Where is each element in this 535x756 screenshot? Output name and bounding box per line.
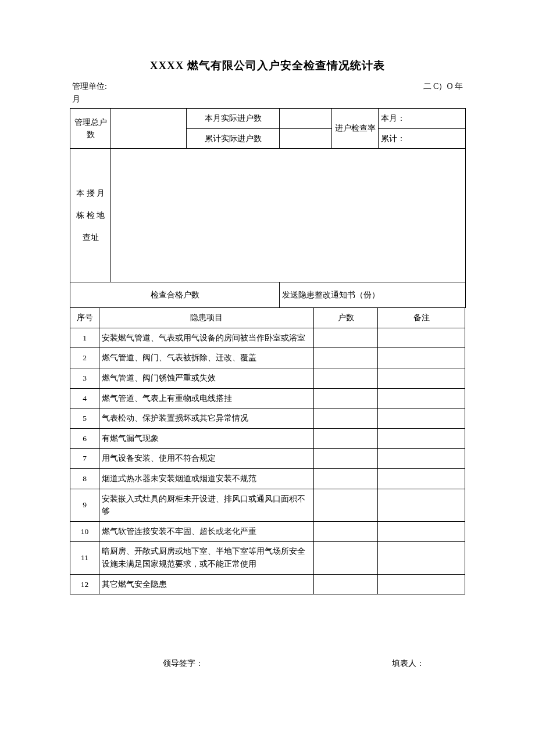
qualified-label: 检查合格户数 <box>70 282 280 308</box>
this-month-actual-label: 本月实际进户数 <box>187 109 280 129</box>
row-item: 燃气管道、阀门、气表被拆除、迁改、覆盖 <box>99 348 314 368</box>
hazard-header: 序号 隐患项目 户数 备注 <box>70 308 465 328</box>
page-title: XXXX 燃气有限公司入户安全检查情况统计表 <box>70 58 465 73</box>
mgmt-total-label: 管理总户数 <box>70 109 111 149</box>
row-no: 10 <box>70 521 99 542</box>
meta-row: 管理单位: 二 C）O 年 <box>70 81 465 92</box>
table-row: 9安装嵌入式灶具的厨柜未开设进、排风口或通风口面积不够 <box>70 489 465 521</box>
row-count <box>314 328 378 348</box>
col-count: 户数 <box>314 308 378 328</box>
col-seq: 序号 <box>70 308 99 328</box>
table-row: 4燃气管道、气表上有重物或电线搭挂 <box>70 388 465 409</box>
row-remark <box>378 468 465 489</box>
rate-this-month: 本月： <box>379 109 466 129</box>
table-row: 5气表松动、保护装置损坏或其它异常情况 <box>70 409 465 429</box>
row-no: 2 <box>70 348 99 368</box>
hazard-table: 序号 隐患项目 户数 备注 1安装燃气管道、气表或用气设备的房间被当作卧室或浴室… <box>70 307 465 594</box>
table-row: 10燃气软管连接安装不牢固、超长或老化严重 <box>70 521 465 542</box>
table-row: 12其它燃气安全隐患 <box>70 574 465 594</box>
row-count <box>314 468 378 489</box>
leader-sign-label: 领导签字： <box>163 658 204 669</box>
row-count <box>314 574 378 594</box>
row-remark <box>378 428 465 449</box>
row-item: 暗厨房、开敞式厨房或地下室、半地下室等用气场所安全设施未满足国家规范要求，或不能… <box>99 542 314 574</box>
row-item: 安装燃气管道、气表或用气设备的房间被当作卧室或浴室 <box>99 328 314 348</box>
row-count <box>314 542 378 574</box>
row-remark <box>378 574 465 594</box>
row-remark <box>378 388 465 409</box>
row-item: 用气设备安装、使用不符合规定 <box>99 449 314 469</box>
row-count <box>314 428 378 449</box>
table-row: 6有燃气漏气现象 <box>70 428 465 449</box>
unit-label: 管理单位: <box>72 81 107 92</box>
row-count <box>314 348 378 368</box>
row-count <box>314 521 378 542</box>
row-remark <box>378 449 465 469</box>
row-remark <box>378 521 465 542</box>
row-remark <box>378 542 465 574</box>
row-no: 7 <box>70 449 99 469</box>
row-item: 安装嵌入式灶具的厨柜未开设进、排风口或通风口面积不够 <box>99 489 314 521</box>
row-no: 8 <box>70 468 99 489</box>
cumu-actual-label: 累计实际进户数 <box>187 128 280 149</box>
year-label: 二 C）O 年 <box>423 81 463 92</box>
row-item: 燃气管道、阀门锈蚀严重或失效 <box>99 368 314 388</box>
col-hazard: 隐患项目 <box>99 308 314 328</box>
table-row: 11暗厨房、开敞式厨房或地下室、半地下室等用气场所安全设施未满足国家规范要求，或… <box>70 542 465 574</box>
row-item: 燃气软管连接安装不牢固、超长或老化严重 <box>99 521 314 542</box>
table-row: 1安装燃气管道、气表或用气设备的房间被当作卧室或浴室 <box>70 328 465 348</box>
row-count <box>314 449 378 469</box>
row-no: 5 <box>70 409 99 429</box>
row-remark <box>378 489 465 521</box>
row-no: 1 <box>70 328 99 348</box>
this-month-actual-value <box>280 109 332 129</box>
filler-label: 填表人： <box>392 658 425 669</box>
row-count <box>314 409 378 429</box>
row-remark <box>378 348 465 368</box>
entry-rate-label: 进户检查率 <box>332 109 379 149</box>
row-no: 4 <box>70 388 99 409</box>
row-count <box>314 489 378 521</box>
row-remark <box>378 409 465 429</box>
row-remark <box>378 328 465 348</box>
block-addr-b: 栋 检 地 <box>76 208 105 223</box>
table-row: 3燃气管道、阀门锈蚀严重或失效 <box>70 368 465 388</box>
row-no: 3 <box>70 368 99 388</box>
row-item: 其它燃气安全隐患 <box>99 574 314 594</box>
month-label: 月 <box>70 94 465 108</box>
block-check-addr-label: 本 搂 月 栋 检 地 查址 <box>70 149 111 282</box>
row-item: 气表松动、保护装置损坏或其它异常情况 <box>99 409 314 429</box>
cumu-actual-value <box>280 128 332 149</box>
row-remark <box>378 368 465 388</box>
row-item: 有燃气漏气现象 <box>99 428 314 449</box>
notice-label: 发送隐患整改通知书（份） <box>280 282 466 308</box>
row-count <box>314 368 378 388</box>
table-row: 2燃气管道、阀门、气表被拆除、迁改、覆盖 <box>70 348 465 368</box>
col-remark: 备注 <box>378 308 465 328</box>
mgmt-total-value <box>111 109 187 149</box>
block-check-addr-value <box>111 149 466 282</box>
row-item: 烟道式热水器未安装烟道或烟道安装不规范 <box>99 468 314 489</box>
row-count <box>314 388 378 409</box>
footer: 领导签字： 填表人： <box>70 658 465 669</box>
block-addr-a: 本 搂 月 <box>76 186 105 201</box>
row-no: 9 <box>70 489 99 521</box>
block-addr-c: 查址 <box>83 230 99 245</box>
row-item: 燃气管道、气表上有重物或电线搭挂 <box>99 388 314 409</box>
row-no: 6 <box>70 428 99 449</box>
main-table: 管理总户数 本月实际进户数 进户检查率 本月： 累计实际进户数 累计： 本 搂 … <box>70 108 466 308</box>
row-no: 11 <box>70 542 99 574</box>
table-row: 8烟道式热水器未安装烟道或烟道安装不规范 <box>70 468 465 489</box>
row-no: 12 <box>70 574 99 594</box>
table-row: 7用气设备安装、使用不符合规定 <box>70 449 465 469</box>
rate-cumu: 累计： <box>379 128 466 149</box>
